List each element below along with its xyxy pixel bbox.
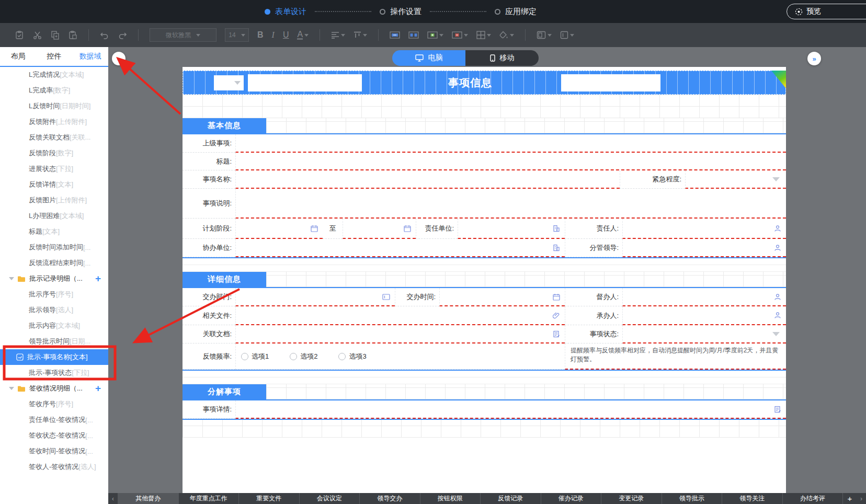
title-field[interactable] bbox=[235, 153, 786, 170]
radio-option[interactable]: 选项2 bbox=[290, 352, 317, 361]
urgency-select-field[interactable] bbox=[685, 170, 786, 189]
status-select-field[interactable] bbox=[622, 325, 786, 343]
field-list-item[interactable]: 领导批示时间[日期... + bbox=[0, 334, 108, 349]
preview-button[interactable]: 预览 bbox=[787, 4, 866, 19]
field-list-item[interactable]: 进展状态[下拉] + bbox=[0, 161, 108, 177]
borders-icon[interactable] bbox=[476, 30, 491, 40]
docs-field[interactable] bbox=[235, 325, 565, 343]
supervisor-field[interactable] bbox=[622, 288, 786, 306]
form-tab[interactable]: 催办记录 bbox=[541, 493, 601, 504]
wizard-step[interactable]: 应用绑定 bbox=[421, 7, 537, 17]
italic-button[interactable]: I bbox=[272, 30, 275, 40]
empty-grid-row[interactable] bbox=[183, 95, 786, 118]
item-detail-field[interactable] bbox=[235, 400, 786, 419]
sidebar-tab[interactable]: 数据域 bbox=[72, 52, 108, 61]
collapse-sidebar-button[interactable]: « bbox=[112, 52, 126, 65]
field-list-item[interactable]: 反馈时间添加时间[... + bbox=[0, 239, 108, 255]
underline-button[interactable]: U bbox=[283, 30, 289, 40]
co-unit-field[interactable] bbox=[235, 239, 565, 257]
header-input-secondary[interactable] bbox=[561, 74, 660, 91]
undertaker-field[interactable] bbox=[622, 306, 786, 325]
field-list-item[interactable]: 反馈附件[上传附件] + bbox=[0, 114, 108, 130]
field-list-item[interactable]: 反馈详情[文本] + bbox=[0, 177, 108, 192]
field-list-item[interactable]: 签收状态-签收情况[... + bbox=[0, 428, 108, 443]
empty-grid-row[interactable] bbox=[183, 420, 786, 438]
section-tab[interactable]: 基本信息 bbox=[183, 118, 266, 133]
form-tab[interactable]: 变更记录 bbox=[601, 493, 662, 504]
form-tab[interactable]: 会议议定 bbox=[299, 493, 360, 504]
font-size-select[interactable]: 14 bbox=[225, 28, 249, 42]
bold-button[interactable]: B bbox=[257, 30, 264, 40]
fill-color-icon[interactable] bbox=[499, 30, 514, 40]
copy-icon[interactable] bbox=[50, 30, 60, 40]
expand-panel-button[interactable]: » bbox=[807, 52, 821, 65]
header-select[interactable] bbox=[214, 75, 244, 90]
section-gap[interactable] bbox=[183, 258, 786, 272]
form-tab[interactable]: 领导批示 bbox=[662, 493, 722, 504]
form-tab[interactable]: 领导关注 bbox=[722, 493, 782, 504]
field-list-item[interactable]: 反馈流程结束时间[... + bbox=[0, 255, 108, 271]
resp-unit-field[interactable] bbox=[458, 219, 565, 239]
field-list-item[interactable]: 签收情况明细（... + bbox=[0, 381, 108, 396]
field-list-item[interactable]: 反馈图片[上传附件] + bbox=[0, 192, 108, 208]
merge-cells-icon[interactable] bbox=[390, 30, 400, 40]
form-tab[interactable]: 反馈记录 bbox=[480, 493, 541, 504]
wizard-step[interactable]: 操作设置 bbox=[306, 7, 421, 17]
resp-person-field[interactable] bbox=[622, 219, 786, 239]
add-form-tab-button[interactable]: + bbox=[842, 493, 857, 504]
add-field-button[interactable]: + bbox=[95, 383, 101, 394]
assign-dept-field[interactable] bbox=[235, 288, 395, 306]
sidebar-tab[interactable]: 控件 bbox=[36, 52, 72, 61]
paste-icon[interactable] bbox=[68, 30, 77, 40]
radio-option[interactable]: 选项1 bbox=[241, 352, 269, 361]
form-tab[interactable]: 其他督办 bbox=[118, 493, 178, 504]
form-tab[interactable]: 领导交办 bbox=[359, 493, 420, 504]
form-tab[interactable]: 按钮权限 bbox=[420, 493, 481, 504]
expand-triangle-icon[interactable] bbox=[9, 387, 14, 390]
field-list-item[interactable]: 批示记录明细（... + bbox=[0, 271, 108, 287]
wizard-step[interactable]: 表单设计 bbox=[265, 7, 306, 17]
font-family-select[interactable]: 微软雅黑 bbox=[150, 28, 216, 42]
section-tab[interactable]: 分解事项 bbox=[183, 384, 266, 399]
field-list-item[interactable]: 签收人-签收情况[选人] + bbox=[0, 459, 108, 475]
card-layout-icon[interactable] bbox=[537, 30, 552, 40]
leader-field[interactable] bbox=[622, 239, 786, 257]
insert-row-icon[interactable] bbox=[427, 30, 443, 40]
item-name-field[interactable] bbox=[235, 170, 620, 189]
header-input[interactable] bbox=[248, 74, 362, 91]
section-tab[interactable]: 详细信息 bbox=[183, 272, 266, 287]
device-tab-pc[interactable]: 电脑 bbox=[392, 50, 465, 66]
align-select[interactable] bbox=[331, 30, 345, 40]
field-list-item[interactable]: 签收时间-签收情况[... + bbox=[0, 443, 108, 459]
sidebar-tab[interactable]: 布局 bbox=[0, 52, 36, 61]
vertical-align-select[interactable] bbox=[354, 30, 367, 40]
field-list-item[interactable]: 批示-事项状态[下拉] + bbox=[0, 365, 108, 381]
field-style-icon[interactable] bbox=[560, 30, 574, 40]
plan-start-date-field[interactable] bbox=[235, 219, 323, 239]
section-gap[interactable] bbox=[183, 371, 786, 384]
item-desc-field[interactable] bbox=[235, 189, 786, 219]
assign-time-field[interactable] bbox=[439, 288, 565, 306]
expand-triangle-icon[interactable] bbox=[9, 277, 14, 280]
form-header-band[interactable]: 事项信息 bbox=[183, 71, 786, 95]
field-list-item[interactable]: L反馈时间[日期时间] + bbox=[0, 98, 108, 114]
form-tab[interactable]: 年度重点工作 bbox=[178, 493, 239, 504]
field-list-item[interactable]: 责任单位-签收情况[... + bbox=[0, 412, 108, 428]
field-list-item[interactable]: 反馈关联文档[关联... + bbox=[0, 130, 108, 145]
form-tab[interactable]: 办结考评 bbox=[782, 493, 843, 504]
add-field-button[interactable]: + bbox=[95, 273, 101, 284]
scroll-tabs-left-icon[interactable]: ‹ bbox=[108, 493, 118, 504]
field-list-item[interactable]: 批示领导[选人] + bbox=[0, 302, 108, 318]
parent-item-field[interactable] bbox=[235, 134, 786, 153]
clipboard-check-icon[interactable] bbox=[15, 30, 24, 40]
field-list-item[interactable]: 签收序号[序号] + bbox=[0, 396, 108, 412]
device-tab-mobile[interactable]: 移动 bbox=[465, 50, 539, 66]
redo-icon[interactable] bbox=[118, 30, 127, 40]
form-tab[interactable]: 重要文件 bbox=[238, 493, 299, 504]
field-list-item[interactable]: L完成率[数字] + bbox=[0, 83, 108, 98]
field-list-item[interactable]: 批示-事项名称[文本] + bbox=[0, 349, 108, 365]
field-list-item[interactable]: L完成情况[文本域] + bbox=[0, 67, 108, 83]
form-blank-area[interactable] bbox=[183, 438, 786, 493]
cut-icon[interactable] bbox=[32, 30, 42, 40]
font-color-button[interactable]: A bbox=[297, 30, 309, 40]
